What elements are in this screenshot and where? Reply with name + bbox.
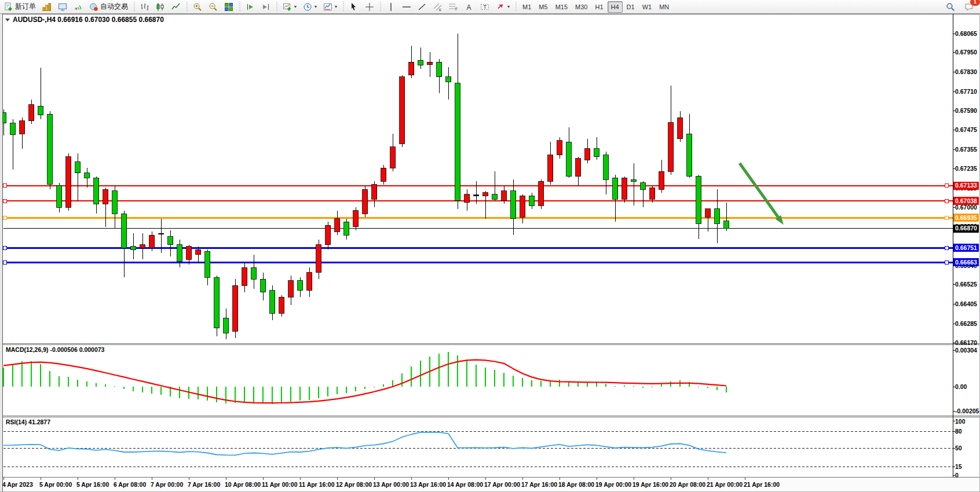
timeframe-m5-button[interactable]: M5 xyxy=(535,1,551,13)
svg-text:F: F xyxy=(455,7,458,11)
candle-body xyxy=(520,196,525,217)
toolbar-right-group: 1 xyxy=(943,0,979,14)
notifications-button[interactable]: 1 xyxy=(961,0,977,14)
tile-windows-button[interactable] xyxy=(221,0,236,14)
candle-body xyxy=(233,285,238,331)
level-anchor-right[interactable] xyxy=(945,246,949,249)
timeframe-m1-button[interactable]: M1 xyxy=(519,1,535,13)
macd-bar xyxy=(105,384,107,387)
crosshair-icon xyxy=(365,2,374,12)
timeframe-d1-button[interactable]: D1 xyxy=(623,1,638,13)
level-anchor-right[interactable] xyxy=(945,260,949,264)
chevron-down-icon[interactable]: ▾ xyxy=(294,4,297,9)
chevron-down-icon[interactable]: ▾ xyxy=(507,4,510,9)
chevron-down-icon[interactable]: ▾ xyxy=(315,4,317,9)
trendline-button[interactable] xyxy=(415,0,430,14)
chart-shift-button[interactable] xyxy=(258,0,273,14)
timeframe-m15-button[interactable]: M15 xyxy=(552,1,571,13)
macd-bar xyxy=(522,378,524,387)
cursor-button[interactable] xyxy=(346,0,361,14)
candle-body xyxy=(307,273,312,291)
zoom-in-button[interactable] xyxy=(190,0,205,14)
price-axis-label: 0.67355 xyxy=(955,146,977,153)
candle-chart-mode-button[interactable] xyxy=(153,0,168,14)
macd-bar xyxy=(652,387,653,387)
new-chart-icon xyxy=(283,2,292,12)
equidistant-channel-button[interactable]: E xyxy=(430,0,445,14)
candle-body xyxy=(474,195,479,196)
search-button[interactable] xyxy=(943,0,958,14)
level-anchor-left[interactable] xyxy=(3,260,7,264)
level-anchor-right[interactable] xyxy=(945,216,949,219)
shift-icon xyxy=(261,2,270,12)
price-axis-label: 0.67710 xyxy=(955,88,977,95)
candle-body xyxy=(455,83,460,201)
chevron-down-icon[interactable]: ▾ xyxy=(335,4,337,9)
candle-body xyxy=(502,191,507,201)
level-anchor-left[interactable] xyxy=(3,216,7,219)
timeframe-h1-button[interactable]: H1 xyxy=(591,1,606,13)
macd-bar xyxy=(476,365,477,387)
arrows-button[interactable]: ▾ xyxy=(493,0,513,14)
timeframe-w1-button[interactable]: W1 xyxy=(639,1,656,13)
macd-bar xyxy=(577,383,579,387)
auto-trading-button[interactable]: 自动交易 xyxy=(86,0,131,14)
timeframe-mn-button[interactable]: MN xyxy=(656,1,672,13)
price-axis-label: 0.67235 xyxy=(955,165,977,172)
text-button[interactable]: A xyxy=(462,0,477,14)
price-chart[interactable]: 0.680650.679500.678300.677100.675900.674… xyxy=(0,14,980,492)
fibonacci-button[interactable]: F xyxy=(446,0,461,14)
macd-bar xyxy=(58,376,60,387)
toolbar-separator xyxy=(342,2,345,12)
candle-body xyxy=(159,233,164,234)
macd-bar xyxy=(466,361,468,387)
templates-button[interactable]: ▾ xyxy=(320,0,340,14)
macd-bar xyxy=(114,386,116,387)
candle-body xyxy=(557,141,562,155)
chart-window: 0.680650.679500.678300.677100.675900.674… xyxy=(0,14,980,492)
new-order-button[interactable]: 新订单 xyxy=(1,0,39,14)
vertical-line-button[interactable] xyxy=(383,0,398,14)
candle-body xyxy=(20,121,25,134)
macd-bar xyxy=(327,387,329,396)
signals-button[interactable] xyxy=(71,0,86,14)
macd-bar xyxy=(448,352,449,387)
level-anchor-right[interactable] xyxy=(945,199,949,203)
candle-body xyxy=(678,118,683,139)
price-axis-label: 0.67830 xyxy=(955,68,977,75)
level-anchor-left[interactable] xyxy=(3,199,7,203)
time-axis-label: 13 Apr 00:00 xyxy=(373,481,409,488)
level-anchor-right[interactable] xyxy=(945,184,949,188)
timeframe-m30-button[interactable]: M30 xyxy=(572,1,591,13)
candle-body xyxy=(576,159,581,177)
candle-body xyxy=(715,209,720,223)
level-anchor-left[interactable] xyxy=(3,184,7,188)
auto-scroll-button[interactable] xyxy=(243,0,258,14)
macd-bar xyxy=(494,370,496,387)
zoom-out-button[interactable] xyxy=(206,0,221,14)
price-axis-label: 0.66405 xyxy=(955,300,977,307)
new-chart-button[interactable]: ▾ xyxy=(280,0,299,14)
charts-panel-button[interactable] xyxy=(39,0,54,14)
candle-body xyxy=(659,171,664,189)
macd-bar xyxy=(707,387,709,388)
bar-chart-mode-button[interactable] xyxy=(137,0,152,14)
macd-bar xyxy=(309,387,310,400)
periods-button[interactable]: ▾ xyxy=(300,0,320,14)
candle-body xyxy=(631,179,637,181)
crosshair-button[interactable] xyxy=(362,0,377,14)
time-axis-label: 17 Apr 16:00 xyxy=(521,481,557,488)
market-watch-button[interactable] xyxy=(55,0,70,14)
horizontal-line-button[interactable] xyxy=(399,0,414,14)
macd-bar xyxy=(420,361,422,387)
line-chart-mode-button[interactable] xyxy=(169,0,184,14)
time-axis-label: 11 Apr 00:00 xyxy=(262,481,298,488)
candle-body xyxy=(177,245,182,261)
price-level-badge-text: 0.66751 xyxy=(955,244,977,251)
vline-icon xyxy=(386,2,396,12)
text-label-button[interactable]: T xyxy=(477,0,492,14)
bars-icon xyxy=(140,2,149,12)
timeframe-h4-button[interactable]: H4 xyxy=(608,1,623,13)
candle-body xyxy=(409,62,414,75)
level-anchor-left[interactable] xyxy=(3,246,7,249)
